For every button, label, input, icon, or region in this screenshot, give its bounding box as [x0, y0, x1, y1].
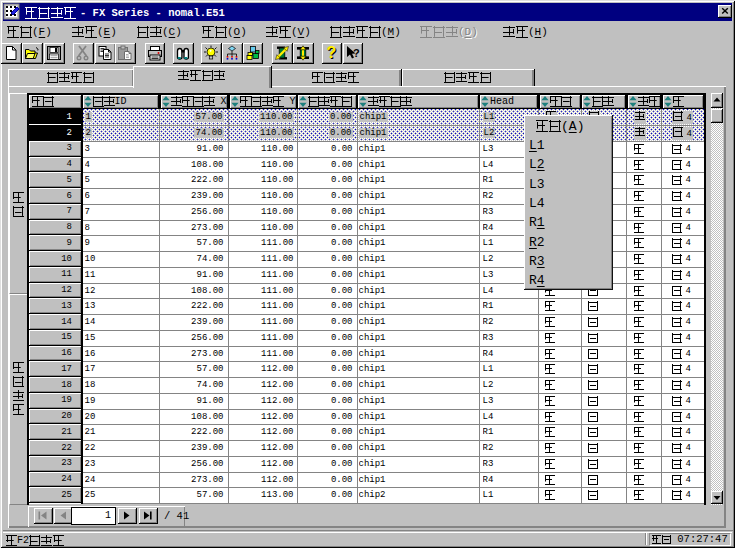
svg-text:?: ? — [326, 44, 336, 61]
svg-text:?: ? — [353, 47, 360, 59]
